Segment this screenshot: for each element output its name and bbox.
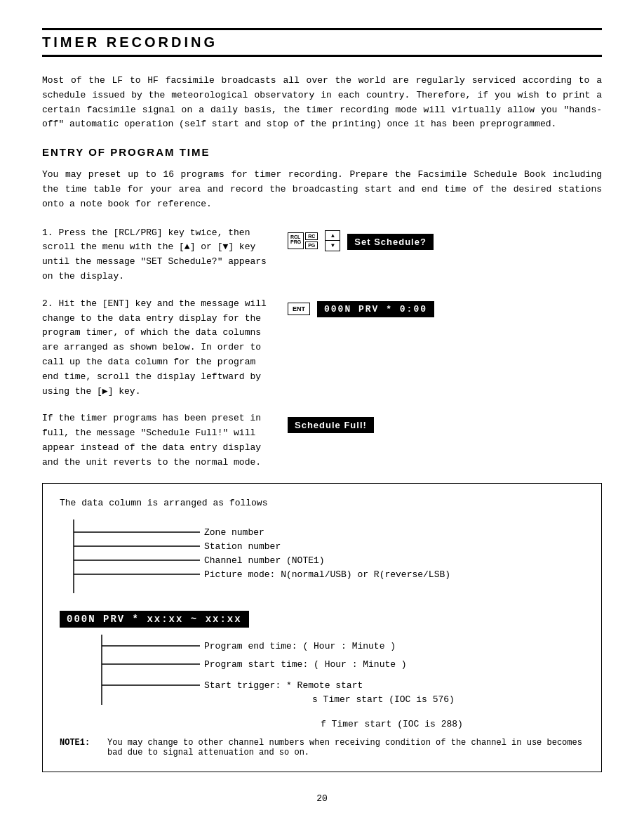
step-1-text: 1. Press the [RCL/PRG] key twice, then s… — [42, 227, 267, 282]
display-row-box: 000N PRV * xx:xx ~ xx:xx — [60, 611, 249, 628]
arrow-down-btn: ▼ — [326, 241, 340, 251]
entry-intro: You may preset up to 16 programs for tim… — [42, 168, 602, 211]
rcl-box: RCL PRG — [288, 232, 304, 249]
prv-display: 000N PRV * 0:00 — [317, 301, 434, 317]
step-1-text-col: 1. Press the [RCL/PRG] key twice, then s… — [42, 226, 281, 284]
page-number: 20 — [42, 793, 602, 804]
top-diagram-svg: Zone number Station number Channel numbe… — [60, 519, 572, 604]
svg-text:Start trigger:  *   Remote sta: Start trigger: * Remote start — [204, 680, 363, 691]
page-wrapper: TIMER RECORDING Most of the LF to HF fac… — [42, 28, 602, 804]
step-2-icons: ENT 000N PRV * 0:00 — [288, 301, 434, 317]
ent-icon: ENT — [288, 303, 310, 315]
schedule-full-badge: Schedule Full! — [288, 417, 374, 433]
data-column-box: The data column is arranged as follows Z… — [42, 483, 602, 772]
note-text: You may change to other channel numbers … — [107, 738, 584, 757]
svg-text:Program end time:  ( Hour : Mi: Program end time: ( Hour : Minute ) — [204, 641, 396, 651]
rcl-label: RCL — [290, 234, 301, 239]
entry-section-title: ENTRY OF PROGRAM TIME — [42, 146, 602, 158]
page-title: TIMER RECORDING — [42, 34, 217, 50]
step-2-text: 2. Hit the [ENT] key and the message wil… — [42, 298, 267, 397]
arrow-up-btn: ▲ — [326, 231, 340, 241]
svg-text:Program start time: ( Hour : M: Program start time: ( Hour : Minute ) — [204, 659, 407, 670]
prg-label: PRG — [290, 239, 301, 244]
page-header: TIMER RECORDING — [42, 28, 602, 57]
data-col-title: The data column is arranged as follows — [60, 498, 584, 508]
schedule-full-row: If the timer programs has been preset in… — [42, 411, 602, 470]
note-label: NOTE1: — [60, 738, 99, 757]
step-1: 1. Press the [RCL/PRG] key twice, then s… — [42, 226, 602, 284]
note-line: NOTE1: You may change to other channel n… — [60, 738, 584, 757]
step-2: 2. Hit the [ENT] key and the message wil… — [42, 297, 602, 399]
trigger-f-text: f Timer start (IOC is 288) — [321, 719, 463, 729]
schedule-full-visual: Schedule Full! — [281, 411, 602, 433]
intro-paragraph: Most of the LF to HF facsimile broadcast… — [42, 74, 602, 132]
step-1-visual: RCL PRG RC PG ▲ ▼ Set Schedule? — [281, 226, 602, 251]
trigger-f-line: f Timer start (IOC is 288) — [67, 719, 584, 729]
set-schedule-badge: Set Schedule? — [347, 234, 434, 250]
svg-text:Picture mode: N(normal/USB) or: Picture mode: N(normal/USB) or R(reverse… — [204, 569, 450, 580]
entry-section: ENTRY OF PROGRAM TIME You may preset up … — [42, 146, 602, 211]
svg-text:Zone number: Zone number — [204, 527, 264, 538]
step-2-text-col: 2. Hit the [ENT] key and the message wil… — [42, 297, 281, 399]
step-1-icons: RCL PRG RC PG ▲ ▼ Set Schedule? — [288, 230, 434, 251]
arrow-buttons: ▲ ▼ — [325, 230, 340, 251]
svg-text:Station number: Station number — [204, 541, 281, 552]
bottom-diagram-svg: Program end time: ( Hour : Minute ) Prog… — [60, 635, 572, 719]
trigger-f-spacer — [67, 719, 314, 729]
schedule-full-text: If the timer programs has been preset in… — [42, 413, 261, 467]
rc-box: RC — [305, 232, 318, 240]
schedule-full-text-col: If the timer programs has been preset in… — [42, 411, 281, 470]
svg-text:Channel number (NOTE1): Channel number (NOTE1) — [204, 555, 325, 566]
svg-text:s   Timer start (IOC is 576): s Timer start (IOC is 576) — [312, 694, 455, 705]
pg-box: PG — [305, 241, 318, 249]
step-2-visual: ENT 000N PRV * 0:00 — [281, 297, 602, 317]
rcl-prg-icon: RCL PRG RC PG — [288, 232, 318, 249]
